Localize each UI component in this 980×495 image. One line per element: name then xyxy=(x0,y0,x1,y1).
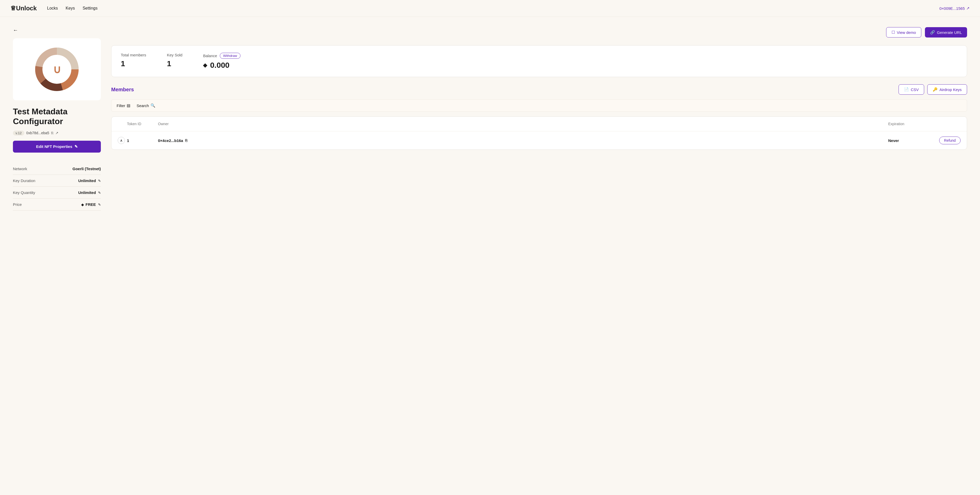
edit-pencil-icon: ✎ xyxy=(75,144,78,149)
col-expiration-header: Expiration xyxy=(888,122,935,126)
external-link-address-icon[interactable]: ↗ xyxy=(55,131,59,135)
members-header: Members 📄 CSV 🔑 Airdrop Keys xyxy=(111,84,967,95)
lock-image-container: ∪ xyxy=(13,38,101,100)
key-sold-label: Key Sold xyxy=(167,53,182,57)
stat-balance: Balance Withdraw ◆ 0.000 xyxy=(203,53,240,70)
property-row-key-quantity: Key Quantity Unlimited ✎ xyxy=(13,186,101,198)
balance-value-section: ◆ 0.000 xyxy=(203,61,240,70)
right-panel: ☐ View demo 🔗 Generate URL Total members… xyxy=(111,27,967,210)
generate-url-button[interactable]: 🔗 Generate URL xyxy=(925,27,967,38)
csv-button[interactable]: 📄 CSV xyxy=(899,84,924,95)
stat-key-sold: Key Sold 1 xyxy=(167,53,182,70)
key-duration-label: Key Duration xyxy=(13,175,52,186)
filter-icon: ▤ xyxy=(127,103,130,108)
row-action: Refund xyxy=(935,137,961,144)
network-value: Goerli (Testnet) xyxy=(52,163,101,175)
row-token-id: 1 xyxy=(127,138,158,143)
back-button[interactable]: ← xyxy=(13,27,18,33)
external-link-icon: ↗ xyxy=(966,6,970,11)
copy-address-icon[interactable]: ⎘ xyxy=(51,131,53,135)
eth-icon-price: ◆ xyxy=(81,203,84,207)
key-quantity-edit-icon[interactable]: ✎ xyxy=(98,191,101,195)
table-row: ∧ 1 0×4ce2...b16a ⎘ Never Refund xyxy=(111,131,967,150)
balance-value: 0.000 xyxy=(210,61,229,70)
balance-label: Balance Withdraw xyxy=(203,53,240,59)
stats-card: Total members 1 Key Sold 1 Balance Withd… xyxy=(111,45,967,77)
nav-links: Locks Keys Settings xyxy=(47,6,97,11)
app-logo: ♕Unlock xyxy=(10,5,37,12)
row-expiration: Never xyxy=(888,138,935,143)
version-badge: v.12 xyxy=(13,131,24,135)
filter-bar: Filter ▤ Search 🔍 xyxy=(111,99,967,112)
eth-diamond-icon: ◆ xyxy=(203,62,207,68)
svg-text:∪: ∪ xyxy=(53,64,61,75)
filter-button[interactable]: Filter ▤ xyxy=(117,103,130,108)
col-token-header: Token ID xyxy=(127,122,158,126)
main-content: ← ∪ Test Metadata Configur xyxy=(0,17,980,221)
demo-icon: ☐ xyxy=(892,30,895,35)
airdrop-icon: 🔑 xyxy=(933,87,938,92)
nav-settings[interactable]: Settings xyxy=(83,6,97,11)
airdrop-keys-button[interactable]: 🔑 Airdrop Keys xyxy=(927,84,967,95)
link-icon: 🔗 xyxy=(930,30,935,35)
row-toggle: ∧ xyxy=(118,137,127,144)
refund-button[interactable]: Refund xyxy=(939,137,961,144)
properties-table: Network Goerli (Testnet) Key Duration Un… xyxy=(13,163,101,210)
lock-donut-chart: ∪ xyxy=(33,46,80,92)
nav-right: 0×009E...1565 ↗ xyxy=(939,6,970,11)
price-edit-icon[interactable]: ✎ xyxy=(98,203,101,207)
edit-nft-button[interactable]: Edit NFT Properties ✎ xyxy=(13,141,101,153)
key-quantity-value: Unlimited ✎ xyxy=(52,186,101,198)
search-icon: 🔍 xyxy=(151,103,155,108)
members-title: Members xyxy=(111,87,134,92)
wallet-address[interactable]: 0×009E...1565 ↗ xyxy=(939,6,970,11)
left-panel: ← ∪ Test Metadata Configur xyxy=(13,27,101,210)
copy-owner-icon[interactable]: ⎘ xyxy=(185,138,187,143)
key-duration-value: Unlimited ✎ xyxy=(52,175,101,186)
toggle-expand-button[interactable]: ∧ xyxy=(118,137,125,144)
members-actions: 📄 CSV 🔑 Airdrop Keys xyxy=(899,84,967,95)
withdraw-button[interactable]: Withdraw xyxy=(220,53,240,59)
nav-keys[interactable]: Keys xyxy=(66,6,75,11)
network-label: Network xyxy=(13,163,52,175)
row-owner: 0×4ce2...b16a ⎘ xyxy=(158,138,888,143)
property-row-network: Network Goerli (Testnet) xyxy=(13,163,101,175)
search-button[interactable]: Search 🔍 xyxy=(137,103,155,108)
lock-title: Test Metadata Configurator xyxy=(13,107,101,126)
property-row-price: Price ◆ FREE ✎ xyxy=(13,198,101,210)
members-table: Token ID Owner Expiration ∧ 1 0×4ce2...b… xyxy=(111,116,967,150)
key-duration-edit-icon[interactable]: ✎ xyxy=(98,179,101,183)
price-label: Price xyxy=(13,198,52,210)
view-demo-button[interactable]: ☐ View demo xyxy=(886,27,921,38)
property-row-key-duration: Key Duration Unlimited ✎ xyxy=(13,175,101,186)
csv-icon: 📄 xyxy=(904,87,909,92)
top-actions: ☐ View demo 🔗 Generate URL xyxy=(111,27,967,38)
total-members-label: Total members xyxy=(121,53,146,57)
key-sold-value: 1 xyxy=(167,59,182,68)
members-table-header: Token ID Owner Expiration xyxy=(111,117,967,131)
navbar: ♕Unlock Locks Keys Settings 0×009E...156… xyxy=(0,0,980,17)
lock-address: 0xb78d...eba5 xyxy=(26,131,49,135)
total-members-value: 1 xyxy=(121,59,146,68)
lock-meta: v.12 0xb78d...eba5 ⎘ ↗ xyxy=(13,131,101,135)
price-value: ◆ FREE ✎ xyxy=(52,198,101,210)
nav-locks[interactable]: Locks xyxy=(47,6,58,11)
stat-total-members: Total members 1 xyxy=(121,53,146,70)
key-quantity-label: Key Quantity xyxy=(13,186,52,198)
col-owner-header: Owner xyxy=(158,122,888,126)
